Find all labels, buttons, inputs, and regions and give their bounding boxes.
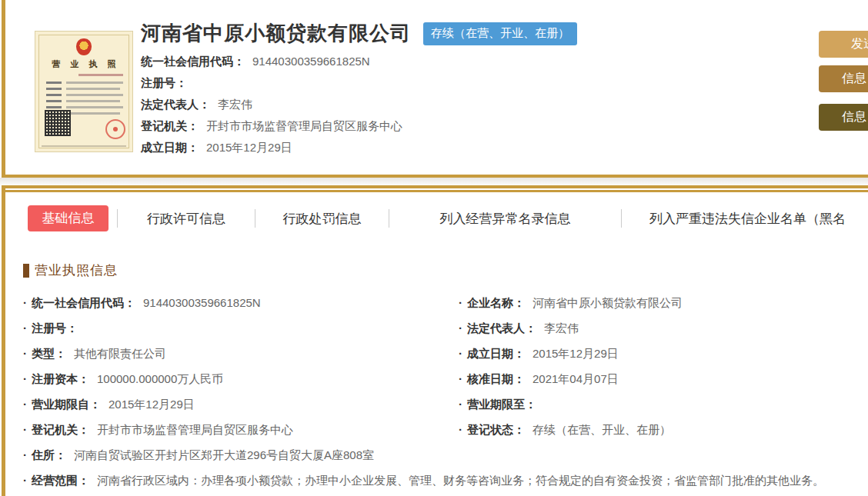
header-field-legal-rep: 法定代表人：李宏伟 [141, 97, 577, 112]
tab-abnormal-operation[interactable]: 列入经营异常名录信息 [389, 210, 621, 228]
info-button-2[interactable]: 信息 [819, 104, 868, 131]
section-header: 营业执照信息 [23, 261, 868, 279]
send-button[interactable]: 发送 [819, 31, 868, 58]
tab-basic-info[interactable]: 基础信息 [28, 205, 108, 231]
tab-blacklist[interactable]: 列入严重违法失信企业名单（黑名 [622, 210, 868, 228]
detail-row: ·注册号： ·法定代表人：李宏伟 [5, 316, 868, 341]
national-emblem-icon [76, 38, 92, 55]
section-title: 营业执照信息 [35, 261, 118, 279]
header-field-credit-code: 统一社会信用代码：91440300359661825N [141, 54, 577, 68]
company-info: 河南省中原小额贷款有限公司 存续（在营、开业、在册） 统一社会信用代码：9144… [141, 20, 577, 155]
header-field-reg-number: 注册号： [141, 75, 577, 90]
red-seal-icon [105, 119, 125, 139]
page-title: 河南省中原小额贷款有限公司 [141, 20, 411, 47]
business-license-thumbnail[interactable]: 营 业 执 照 [35, 31, 133, 152]
page: 营 业 执 照 河南省中原小额贷款有限公司 存续（在营、开业、在册） 统一社会信… [0, 0, 868, 496]
detail-row: ·登记机关：开封市市场监督管理局自贸区服务中心 ·登记状态：存续（在营、开业、在… [5, 418, 868, 443]
header-field-reg-authority: 登记机关：开封市市场监督管理局自贸区服务中心 [141, 118, 577, 133]
detail-row: ·营业期限自：2015年12月29日 ·营业期限至： [5, 392, 868, 418]
detail-row: ·统一社会信用代码：91440300359661825N ·企业名称：河南省中原… [5, 291, 868, 316]
info-button-1[interactable]: 信息 [819, 65, 868, 92]
company-header-card: 营 业 执 照 河南省中原小额贷款有限公司 存续（在营、开业、在册） 统一社会信… [2, 0, 868, 178]
tab-admin-penalty[interactable]: 行政处罚信息 [255, 210, 389, 228]
panel-divider [0, 178, 868, 185]
status-badge: 存续（在营、开业、在册） [423, 22, 577, 45]
detail-row-address: ·住所：河南自贸试验区开封片区郑开大道296号自贸大厦A座808室 [5, 443, 868, 468]
section-bar-icon [23, 264, 29, 278]
detail-card: 基础信息 行政许可信息 行政处罚信息 列入经营异常名录信息 列入严重违法失信企业… [2, 185, 868, 496]
tab-bar: 基础信息 行政许可信息 行政处罚信息 列入经营异常名录信息 列入严重违法失信企业… [5, 205, 868, 231]
qr-code [45, 110, 71, 136]
license-serial-line [78, 74, 123, 76]
tab-admin-license[interactable]: 行政许可信息 [118, 210, 255, 228]
license-details: ·统一社会信用代码：91440300359661825N ·企业名称：河南省中原… [5, 291, 868, 494]
gold-rule [5, 190, 868, 192]
detail-row: ·注册资本：100000.000000万人民币 ·核准日期：2021年04月07… [5, 367, 868, 392]
detail-row-business-scope: ·经营范围：河南省行政区域内：办理各项小额贷款；办理中小企业发展、管理、财务等咨… [5, 468, 868, 494]
header-field-establish-date: 成立日期：2015年12月29日 [141, 140, 577, 155]
license-title: 营 业 执 照 [35, 58, 132, 70]
detail-row: ·类型：其他有限责任公司 ·成立日期：2015年12月29日 [5, 341, 868, 367]
